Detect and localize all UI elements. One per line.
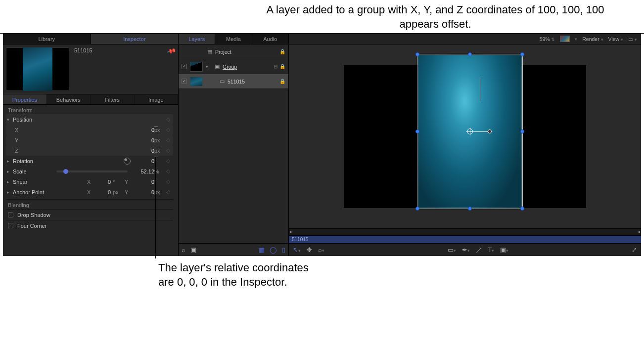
- tab-library[interactable]: Library: [3, 34, 91, 44]
- lock-icon[interactable]: 🔒: [279, 79, 285, 84]
- value-position-z[interactable]: 0: [131, 148, 154, 154]
- tab-media[interactable]: Media: [215, 34, 252, 44]
- disclosure-scale[interactable]: ▸: [7, 169, 13, 174]
- layer-name-project[interactable]: Project: [215, 49, 276, 55]
- row-position-z[interactable]: Z 0 px ◇: [6, 145, 173, 156]
- color-well[interactable]: [560, 36, 570, 42]
- keyframe-rotation[interactable]: ◇: [164, 158, 172, 164]
- handle-tm[interactable]: [468, 52, 472, 56]
- shape-tool[interactable]: ▭▾: [448, 246, 456, 254]
- row-anchor[interactable]: ▸ Anchor Point X0px Y 0 px ◇: [6, 187, 173, 197]
- ruler-end[interactable]: ◂: [638, 229, 640, 234]
- search-icon[interactable]: ⌕: [182, 246, 185, 254]
- checkbox-four-corner[interactable]: [8, 223, 13, 228]
- tab-behaviors[interactable]: Behaviors: [47, 94, 91, 104]
- value-position-y[interactable]: 0: [131, 137, 154, 143]
- value-scale[interactable]: 52.12: [131, 169, 154, 174]
- value-shear-y[interactable]: 0: [131, 179, 154, 185]
- row-four-corner[interactable]: Four Corner: [6, 220, 173, 231]
- select-tool[interactable]: ↖▾: [293, 246, 301, 254]
- view-menu[interactable]: View ▾: [608, 36, 624, 42]
- line-tool[interactable]: ／: [476, 246, 482, 255]
- rotation-handle[interactable]: [488, 129, 492, 133]
- text-tool[interactable]: T▾: [488, 246, 495, 254]
- fit-icon[interactable]: ▣: [190, 246, 196, 254]
- keyframe-z[interactable]: ◇: [164, 147, 172, 154]
- handle-tr[interactable]: [520, 52, 524, 56]
- left-panel: Library Inspector 511015 📌 Properties Be…: [3, 34, 179, 256]
- row-drop-shadow[interactable]: Drop Shadow: [6, 209, 173, 220]
- layer-name-group[interactable]: Group: [223, 64, 271, 70]
- tab-layers[interactable]: Layers: [179, 34, 215, 44]
- timeline-clip[interactable]: 511015: [289, 236, 641, 243]
- render-menu[interactable]: Render ▾: [582, 36, 603, 42]
- row-position-y[interactable]: Y 0 px ◇: [6, 135, 173, 145]
- disclosure-shear[interactable]: ▸: [7, 179, 13, 184]
- ruler-start[interactable]: ▸: [290, 229, 292, 234]
- handle-br[interactable]: [520, 207, 524, 211]
- layer-row-group[interactable]: ✓ ▾ ▣ Group ⊟🔒: [179, 59, 288, 74]
- checkbox-item[interactable]: ✓: [182, 79, 187, 84]
- handle-tl[interactable]: [415, 52, 419, 56]
- keyframe-scale[interactable]: ◇: [164, 168, 172, 174]
- handle-bl[interactable]: [415, 207, 419, 211]
- timeline-ruler[interactable]: ▸ ◂: [289, 228, 641, 235]
- lock-icon[interactable]: 🔒: [279, 64, 285, 69]
- keyframe-shear[interactable]: ◇: [164, 178, 172, 185]
- checkbox-group[interactable]: ✓: [182, 64, 187, 69]
- checkbox-drop-shadow[interactable]: [8, 212, 13, 217]
- row-scale[interactable]: ▸ Scale 52.12 % ◇: [6, 166, 173, 176]
- row-position-x[interactable]: X 0 px ◇: [6, 125, 173, 135]
- value-rotation[interactable]: 0: [131, 158, 154, 164]
- mid-panel: Layers Media Audio ▤ Project 🔒 ✓ ▾ ▣ Gro…: [179, 34, 289, 256]
- zoom-tool[interactable]: ⌕▾: [318, 246, 324, 254]
- row-position[interactable]: ▾ Position ◇: [6, 114, 173, 125]
- disclosure-rotation[interactable]: ▸: [7, 159, 13, 164]
- layout-icon[interactable]: ▭ ▾: [628, 36, 637, 42]
- disclosure-anchor[interactable]: ▸: [7, 190, 13, 195]
- tab-audio[interactable]: Audio: [252, 34, 288, 44]
- value-position-x[interactable]: 0: [131, 127, 154, 133]
- pass-icon[interactable]: ⊟: [274, 64, 277, 69]
- mask-tool[interactable]: ▣▾: [500, 246, 508, 254]
- anchor-point[interactable]: [467, 128, 473, 134]
- rotation-dial[interactable]: [124, 158, 131, 165]
- asset-thumbnail[interactable]: [6, 47, 69, 91]
- layer-name-item[interactable]: 511015: [228, 79, 276, 85]
- disclosure-position[interactable]: ▾: [7, 117, 13, 122]
- zoom-control[interactable]: 59% ⇅: [540, 36, 555, 42]
- expand-tool[interactable]: ⤢: [632, 246, 637, 254]
- pen-tool[interactable]: ✒▾: [462, 246, 470, 254]
- row-shear[interactable]: ▸ Shear X0° Y 0 ° ◇: [6, 176, 173, 187]
- stack-icon[interactable]: ▯: [282, 246, 285, 254]
- tab-properties[interactable]: Properties: [3, 94, 47, 104]
- handle-bm[interactable]: [468, 207, 472, 211]
- layer-row-item[interactable]: ✓ ▭ 511015 🔒: [179, 74, 288, 89]
- value-shear-x[interactable]: 0: [95, 179, 111, 185]
- tab-filters[interactable]: Filters: [91, 94, 135, 104]
- row-rotation[interactable]: ▸ Rotation 0 ° ◇: [6, 156, 173, 166]
- tab-image[interactable]: Image: [135, 94, 179, 104]
- value-anchor-y[interactable]: 0: [131, 189, 154, 195]
- pin-icon[interactable]: 📌: [166, 46, 176, 56]
- keyframe-y[interactable]: ◇: [164, 137, 172, 143]
- timeline-track[interactable]: 511015: [289, 235, 641, 243]
- keyframe-position[interactable]: ◇: [164, 116, 172, 123]
- lock-icon[interactable]: 🔒: [279, 49, 285, 54]
- disclosure-group[interactable]: ▾: [206, 64, 212, 69]
- chevron-down-icon[interactable]: ▾: [575, 37, 577, 42]
- selection-box[interactable]: [417, 54, 523, 209]
- handle-ml[interactable]: [415, 129, 419, 133]
- transform-tool[interactable]: ✥: [307, 246, 312, 254]
- canvas-viewport[interactable]: [289, 44, 641, 228]
- layer-row-project[interactable]: ▤ Project 🔒: [179, 44, 288, 59]
- tab-inspector[interactable]: Inspector: [91, 34, 179, 44]
- circle-icon[interactable]: ◯: [270, 246, 277, 254]
- keyframe-anchor[interactable]: ◇: [164, 189, 172, 195]
- keyframe-x[interactable]: ◇: [164, 127, 172, 133]
- grid-icon[interactable]: ▦: [259, 246, 265, 254]
- handle-mr[interactable]: [520, 129, 524, 133]
- scale-slider[interactable]: [56, 170, 128, 172]
- inspector-tabs: Properties Behaviors Filters Image: [3, 94, 178, 105]
- value-anchor-x[interactable]: 0: [95, 189, 111, 195]
